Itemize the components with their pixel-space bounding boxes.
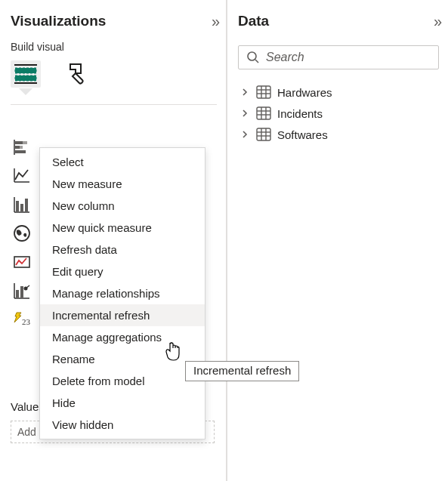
svg-rect-14 (25, 199, 28, 211)
format-visual-tab[interactable] (62, 60, 92, 88)
stacked-bar-icon[interactable] (11, 136, 33, 159)
context-menu-item[interactable]: New column (40, 195, 205, 217)
build-visual-label: Build visual (11, 41, 217, 53)
svg-rect-8 (20, 146, 23, 149)
viz-panel-title: Visualizations (11, 13, 106, 29)
table-row[interactable]: Hardwares (238, 82, 439, 103)
context-menu-item[interactable]: View hidden (40, 414, 205, 436)
svg-rect-12 (16, 201, 19, 211)
context-menu: SelectNew measureNew columnNew quick mea… (39, 147, 205, 439)
collapse-viz-icon[interactable]: » (212, 13, 217, 30)
context-menu-item[interactable]: Select (40, 151, 205, 173)
table-name: Hardwares (277, 86, 332, 99)
line-chart-icon[interactable] (11, 165, 33, 187)
gauge-icon[interactable] (11, 251, 33, 273)
table-row[interactable]: Incidents (238, 103, 439, 124)
table-icon (256, 128, 271, 141)
svg-rect-26 (257, 86, 270, 98)
collapse-data-icon[interactable]: » (434, 13, 439, 30)
qa-visual-icon[interactable]: 23 (11, 308, 33, 331)
format-visual-icon (66, 63, 88, 85)
search-icon (246, 51, 260, 64)
chevron-right-icon (239, 130, 250, 139)
svg-rect-20 (20, 286, 23, 298)
tables-list: HardwaresIncidentsSoftwares (238, 82, 439, 145)
context-menu-item[interactable]: Refresh data (40, 239, 205, 261)
context-menu-item[interactable]: Manage relationships (40, 282, 205, 304)
context-menu-item[interactable]: Hide (40, 392, 205, 414)
context-menu-item[interactable]: Incremental refresh (40, 304, 205, 326)
map-icon[interactable] (11, 222, 33, 245)
svg-point-15 (14, 226, 29, 241)
svg-rect-5 (15, 141, 23, 144)
context-menu-item[interactable]: Edit query (40, 261, 205, 282)
svg-line-25 (255, 60, 258, 63)
svg-rect-13 (20, 204, 23, 211)
svg-rect-36 (257, 128, 270, 140)
data-panel-title: Data (238, 13, 269, 29)
context-menu-item[interactable]: Rename (40, 348, 205, 370)
ribbon-chart-icon[interactable] (11, 193, 33, 216)
viz-mode-tabs (11, 60, 217, 88)
svg-rect-19 (16, 290, 19, 298)
table-name: Softwares (277, 128, 328, 141)
viz-divider (11, 104, 217, 105)
data-panel: Data » HardwaresIncidentsSoftwares (227, 0, 448, 481)
build-visual-tab[interactable] (11, 60, 41, 88)
table-row[interactable]: Softwares (238, 124, 439, 145)
tooltip: Incremental refresh (185, 361, 299, 381)
context-menu-item[interactable]: New quick measure (40, 217, 205, 239)
chevron-right-icon (239, 88, 250, 97)
context-menu-item[interactable]: Manage aggregations (40, 326, 205, 348)
svg-rect-31 (257, 107, 270, 119)
search-box[interactable] (238, 45, 439, 69)
svg-rect-16 (14, 257, 29, 267)
svg-rect-2 (15, 76, 36, 81)
svg-rect-7 (15, 146, 20, 149)
svg-rect-9 (15, 150, 26, 153)
build-visual-icon (13, 63, 39, 85)
search-input[interactable] (266, 51, 431, 64)
viz-panel-header: Visualizations » (11, 8, 217, 35)
table-icon (256, 85, 271, 99)
context-menu-item[interactable]: Delete from model (40, 370, 205, 392)
svg-point-24 (248, 52, 256, 60)
svg-text:23: 23 (22, 317, 31, 326)
context-menu-item[interactable]: New measure (40, 173, 205, 195)
svg-rect-1 (15, 68, 36, 73)
svg-rect-6 (23, 141, 27, 144)
visual-type-gallery: 23 (11, 136, 33, 331)
table-icon (256, 106, 271, 120)
kpi-icon[interactable] (11, 279, 33, 302)
data-panel-header: Data » (238, 8, 439, 35)
chevron-right-icon (239, 109, 250, 118)
table-name: Incidents (277, 107, 323, 120)
